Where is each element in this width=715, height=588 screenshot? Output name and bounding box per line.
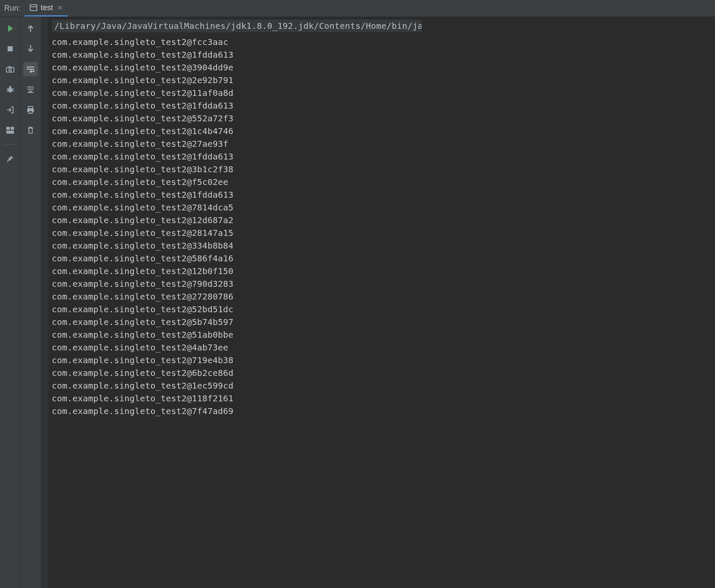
run-toolbar-secondary — [20, 17, 41, 588]
console-line: com.example.singleto_test2@28147a15 — [52, 227, 715, 239]
console-line: com.example.singleto_test2@586f4a16 — [52, 252, 715, 265]
console-line: com.example.singleto_test2@3904dd9e — [52, 61, 715, 74]
run-toolbar-primary — [0, 17, 20, 588]
debug-button[interactable] — [3, 82, 17, 97]
console-line: com.example.singleto_test2@1c4b4746 — [52, 125, 715, 137]
stop-icon — [8, 46, 13, 51]
stop-button[interactable] — [3, 42, 17, 56]
run-label: Run: — [3, 4, 25, 13]
console-line: com.example.singleto_test2@1fdda613 — [52, 188, 715, 201]
arrow-up-icon — [27, 24, 34, 33]
layout-icon — [6, 127, 14, 134]
svg-point-3 — [8, 87, 12, 92]
dump-threads-button[interactable] — [3, 62, 17, 76]
console-line: com.example.singleto_test2@27280786 — [52, 290, 715, 303]
trash-icon — [27, 126, 34, 134]
console-line: com.example.singleto_test2@2e92b791 — [52, 74, 715, 87]
svg-point-8 — [9, 86, 11, 88]
svg-line-6 — [7, 90, 8, 91]
run-config-icon — [30, 4, 37, 11]
svg-rect-10 — [11, 127, 14, 130]
svg-line-7 — [12, 90, 14, 91]
arrow-down-icon — [27, 45, 34, 53]
tab-name: test — [41, 3, 53, 12]
console-line: com.example.singleto_test2@4ab73ee — [52, 341, 715, 354]
close-icon[interactable]: ✕ — [57, 4, 63, 12]
run-tool-header: Run: test ✕ — [0, 0, 715, 17]
console-line: com.example.singleto_test2@11af0a8d — [52, 87, 715, 99]
play-icon — [8, 25, 13, 32]
console-line: com.example.singleto_test2@118f2161 — [52, 392, 715, 405]
svg-line-12 — [7, 160, 9, 162]
console-line: com.example.singleto_test2@27ae93f — [52, 137, 715, 150]
svg-point-1 — [9, 69, 11, 71]
scroll-to-end-button[interactable] — [23, 82, 38, 97]
console-line: com.example.singleto_test2@52bd51dc — [52, 303, 715, 316]
svg-rect-14 — [28, 106, 33, 109]
pin-icon — [6, 155, 14, 162]
svg-rect-9 — [6, 127, 10, 130]
console-line: com.example.singleto_test2@7814dca5 — [52, 201, 715, 214]
svg-rect-16 — [29, 111, 32, 113]
console-line: com.example.singleto_test2@7f47ad69 — [52, 405, 715, 417]
console-line: com.example.singleto_test2@5b74b597 — [52, 316, 715, 328]
console-line: com.example.singleto_test2@fcc3aac — [52, 36, 715, 48]
run-button[interactable] — [3, 21, 17, 36]
bug-icon — [6, 85, 14, 94]
clear-button[interactable] — [23, 123, 38, 137]
run-tool-body: /Library/Java/JavaVirtualMachines/jdk1.8… — [0, 17, 715, 588]
console-line: com.example.singleto_test2@334b8b84 — [52, 239, 715, 252]
console-line: com.example.singleto_test2@1ec599cd — [52, 379, 715, 392]
console-line: com.example.singleto_test2@1fdda613 — [52, 150, 715, 163]
console-line: com.example.singleto_test2@552a72f3 — [52, 112, 715, 125]
console-line: com.example.singleto_test2@3b1c2f38 — [52, 163, 715, 176]
exit-icon — [6, 106, 14, 114]
pin-button[interactable] — [3, 151, 17, 166]
toolbar-separator — [4, 144, 17, 145]
down-button[interactable] — [23, 42, 38, 56]
run-tab-test[interactable]: test ✕ — [25, 0, 68, 17]
svg-rect-2 — [8, 66, 11, 68]
console-line: com.example.singleto_test2@12d687a2 — [52, 214, 715, 227]
console-gutter — [41, 17, 48, 588]
soft-wrap-button[interactable] — [23, 62, 38, 76]
svg-line-4 — [7, 89, 8, 90]
soft-wrap-icon — [26, 66, 35, 73]
print-icon — [26, 106, 35, 114]
console-line: com.example.singleto_test2@6b2ce86d — [52, 367, 715, 379]
svg-line-5 — [12, 89, 14, 90]
console-line: com.example.singleto_test2@12b0f150 — [52, 265, 715, 277]
console-line: com.example.singleto_test2@51ab0bbe — [52, 328, 715, 341]
up-button[interactable] — [23, 21, 38, 36]
console-line: com.example.singleto_test2@790d3283 — [52, 277, 715, 290]
exit-button[interactable] — [3, 103, 17, 117]
print-button[interactable] — [23, 103, 38, 117]
scroll-end-icon — [26, 86, 35, 93]
console-line: com.example.singleto_test2@1fdda613 — [52, 48, 715, 61]
console-line: com.example.singleto_test2@1fdda613 — [52, 99, 715, 112]
console-output[interactable]: /Library/Java/JavaVirtualMachines/jdk1.8… — [48, 17, 715, 588]
layout-button[interactable] — [3, 123, 17, 137]
command-line: /Library/Java/JavaVirtualMachines/jdk1.8… — [52, 20, 422, 32]
camera-icon — [6, 65, 15, 73]
console-line: com.example.singleto_test2@f5c02ee — [52, 176, 715, 188]
svg-rect-11 — [6, 131, 14, 134]
console-line: com.example.singleto_test2@719e4b38 — [52, 354, 715, 367]
console-area: /Library/Java/JavaVirtualMachines/jdk1.8… — [41, 17, 715, 588]
